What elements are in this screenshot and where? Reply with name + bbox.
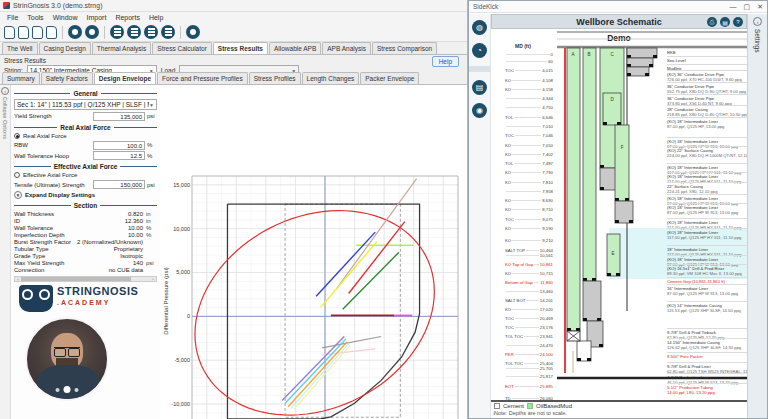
subtab-design-envelope[interactable]: Design Envelope — [94, 72, 156, 84]
tab-allowable-apb[interactable]: Allowable APB — [269, 42, 321, 54]
casing-label: (KO) 16.5x1" Drill & Prod Riser89.30 ppf… — [667, 264, 747, 276]
menu-window[interactable]: Window — [49, 13, 82, 22]
thermal-icon[interactable] — [144, 25, 158, 39]
info-tool-icon[interactable]: ◍ — [472, 20, 487, 35]
casing-label: 5-1/2" Production Tubing14.00 ppf, L80, … — [667, 383, 747, 395]
subtab-summary[interactable]: Summary — [2, 72, 40, 84]
menu-tools[interactable]: Tools — [23, 13, 47, 22]
depth-label: 25,705 — [505, 366, 553, 371]
series-wcd-burst-level1-for-primary-objective — [321, 242, 377, 308]
section-row: Tubular TypeProprietary — [14, 246, 157, 252]
fluid-tool-icon[interactable]: ◉ — [472, 103, 487, 118]
depth-label: Bottom of Gap11,860 — [505, 280, 553, 285]
tab-stress-calculator[interactable]: Stress Calculator — [152, 42, 212, 54]
save-icon[interactable] — [32, 26, 43, 39]
yield-strength-input[interactable]: 135,000 — [93, 112, 145, 121]
stress-icon[interactable] — [161, 25, 175, 39]
effective-axial-radio[interactable]: Effective Axial Force — [14, 172, 157, 178]
depth-label: KO8,710 — [505, 207, 553, 212]
new-file-icon[interactable] — [4, 26, 15, 39]
casing-label: (KO) 18" Intermediate Liner87.00 ppf, Q1… — [667, 203, 747, 215]
casing-label: 36" Conductor Drive Pipe552.75 ppf, X80 … — [667, 82, 747, 94]
casing-labels: RKBSea LevelMudline(KO) 36" Conductor Dr… — [667, 29, 747, 400]
subtab-safety-factors[interactable]: Safety Factors — [41, 72, 93, 84]
svg-text:10,000: 10,000 — [173, 226, 190, 232]
sidebar-separator — [469, 66, 490, 72]
open-file-icon[interactable] — [18, 26, 29, 39]
casing-label: RKB — [667, 48, 747, 55]
annotate-tool-icon[interactable]: ◔ — [472, 43, 487, 58]
settings-strip[interactable]: ‹ Settings — [747, 14, 767, 418]
wall-tolerance-hoop-input[interactable]: 12.5 — [93, 151, 145, 160]
save-as-icon[interactable] — [46, 26, 57, 39]
tab-casing-design[interactable]: Casing Design — [39, 42, 91, 54]
depth-label: 4,344 — [505, 96, 553, 101]
well-icon[interactable] — [110, 25, 124, 39]
tensile-strength-label: Tensile (Ultimate) Strength — [14, 182, 93, 188]
casing-label: Cement Gap (10,861-11,860 ft) — [667, 277, 747, 284]
casing-icon[interactable] — [127, 25, 141, 39]
radio-selected-icon[interactable] — [14, 133, 20, 139]
section-row: Connectionno CUE data — [14, 267, 157, 273]
chart-plot[interactable]: -4,000-3,000-2,000-1,00001,0002,0003,000… — [160, 170, 466, 419]
sub-tabs: SummarySafety FactorsDesign EnvelopeForc… — [0, 72, 467, 85]
subtab-packer-envelope[interactable]: Packer Envelope — [360, 72, 419, 84]
series-70-30-gas-kick-from-9-7-8-liner-shoe — [343, 252, 399, 309]
minimize-icon[interactable]: — — [730, 3, 737, 11]
close-icon[interactable]: ✕ — [757, 3, 763, 11]
mud-label: OilBasedMud — [536, 403, 572, 409]
menu-reports[interactable]: Reports — [111, 13, 144, 22]
section-row: ID12.360in — [14, 218, 157, 224]
cement-column — [583, 48, 596, 281]
tab-thermal-analysis[interactable]: Thermal Analysis — [92, 42, 152, 54]
tab-stress-comparison[interactable]: Stress Comparison — [372, 42, 437, 54]
rbw-input[interactable]: 100.0 — [93, 141, 145, 150]
depth-label: TOC9,075 — [505, 217, 553, 222]
casing-label: (KO) 18" Intermediate Liner87.00 ppf, Q1… — [667, 117, 747, 129]
results-label: Stress Results — [4, 57, 463, 64]
user-icon[interactable] — [85, 25, 99, 39]
string-label-E: E — [611, 251, 614, 256]
left-titlebar: StrinGnosis 3.0 (demo.strng) — [0, 0, 467, 12]
tab-stress-results[interactable]: Stress Results — [213, 42, 268, 54]
expand-display-settings[interactable]: ▾ Expand Display Settings — [14, 191, 157, 199]
cement-checkbox[interactable] — [494, 403, 500, 409]
tab-the-well[interactable]: The Well — [2, 42, 38, 54]
radio-unselected-icon[interactable] — [14, 172, 20, 178]
section-select[interactable]: Sec 1: 14" | 115.53 ppf | Q/125 XHP | SL… — [14, 99, 157, 110]
report-tool-icon[interactable]: ▤ — [472, 80, 487, 95]
depth-label: 4,750 — [505, 105, 553, 110]
footer-expander-icon[interactable]: › — [493, 410, 495, 416]
help-button[interactable]: Help — [432, 56, 459, 67]
collapse-icon[interactable]: ‹ — [1, 87, 9, 95]
scrollbar-thumb[interactable] — [21, 277, 131, 281]
help-icon[interactable]: ? — [733, 17, 743, 27]
depth-label: KO7,402 — [505, 152, 553, 157]
real-axial-radio[interactable]: Real Axial Force — [14, 133, 157, 139]
globe-icon[interactable] — [68, 25, 82, 39]
maximize-icon[interactable]: ▢ — [744, 3, 751, 11]
subtab-length-changes[interactable]: Length Changes — [302, 72, 360, 84]
collapse-options-strip[interactable]: ‹ Collapse Options — [0, 85, 11, 419]
menu-import[interactable]: Import — [83, 13, 111, 22]
print-icon[interactable]: ⎙ — [707, 17, 717, 27]
copy-icon[interactable]: ▤ — [720, 17, 730, 27]
app-icon — [3, 2, 10, 9]
chevron-down-icon: ▾ — [14, 191, 22, 199]
field-rbw: RBW100.0% — [14, 141, 157, 150]
tab-apb-analysis[interactable]: APB Analysis — [322, 42, 371, 54]
series-running-in-hole — [282, 337, 344, 401]
subtab-force-and-pressure-profiles[interactable]: Force and Pressure Profiles — [157, 72, 248, 84]
menu-file[interactable]: File — [3, 13, 22, 22]
drop-icon[interactable] — [186, 25, 200, 39]
tensile-strength-input[interactable]: 150,000 — [93, 180, 145, 189]
content-area: ‹ Collapse Options General Sec 1: 14" | … — [0, 85, 467, 419]
subtab-stress-profiles[interactable]: Stress Profiles — [249, 72, 301, 84]
webcam-controls[interactable] — [56, 386, 79, 393]
scroll-right-icon[interactable]: › — [150, 277, 156, 281]
depth-label: KO4,158 — [505, 87, 553, 92]
menu-help[interactable]: Help — [145, 13, 167, 22]
string-label-B: B — [587, 52, 590, 57]
settings-collapse-icon[interactable]: ‹ — [753, 17, 762, 26]
horizontal-scrollbar[interactable]: ‹ › — [14, 276, 157, 282]
